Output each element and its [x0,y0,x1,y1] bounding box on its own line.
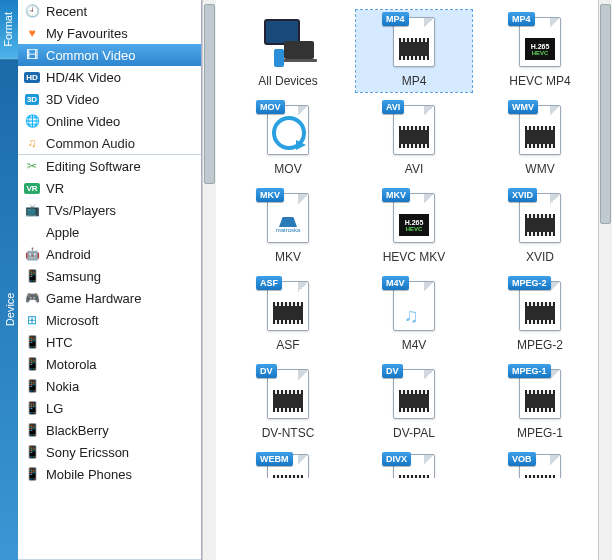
format-tile-dv-pal[interactable]: DVDV-PAL [356,362,472,444]
sidebar-item-tvs-players[interactable]: 📺TVs/Players [18,199,201,221]
sidebar-item-label: Online Video [46,114,120,129]
sidebar-item-label: Mobile Phones [46,467,132,482]
format-thumb: ♫M4V [386,278,442,334]
format-tag: AVI [382,100,404,114]
sidebar-item-vr[interactable]: VRVR [18,177,201,199]
sidebar-item-blackberry[interactable]: 📱BlackBerry [18,419,201,441]
format-thumb: MP4 [386,14,442,70]
sidebar-item-microsoft[interactable]: ⊞Microsoft [18,309,201,331]
phone-icon: 📱 [24,378,40,394]
format-tag: MKV [256,188,284,202]
format-thumb: MPEG-1 [512,366,568,422]
scrollbar-thumb[interactable] [204,4,215,184]
main-panel: All DevicesMP4MP4H.265HEVCMP4HEVC MP4MOV… [216,0,612,560]
format-tile-mov[interactable]: MOVMOV [230,98,346,180]
format-thumb: MOV [260,102,316,158]
sidebar-item-recent[interactable]: 🕘Recent [18,0,201,22]
format-thumb: ASF [260,278,316,334]
phone-icon: 📱 [24,268,40,284]
format-label: ASF [276,338,299,352]
sidebar-item-editing-software[interactable]: ✂Editing Software [18,155,201,177]
sidebar-item-label: Android [46,247,91,262]
sidebar-item-game-hardware[interactable]: 🎮Game Hardware [18,287,201,309]
format-tile-dv-ntsc[interactable]: DVDV-NTSC [230,362,346,444]
format-tile-vob[interactable]: VOB [482,450,598,478]
side-tabs: Format Device [0,0,18,560]
3d-badge-icon: 3D [24,91,40,107]
format-tile-wmv[interactable]: WMVWMV [482,98,598,180]
format-label: DV-PAL [393,426,435,440]
sidebar-item-hd-4k-video[interactable]: HDHD/4K Video [18,66,201,88]
sidebar-item-label: Editing Software [46,159,141,174]
sidebar-item-label: Nokia [46,379,79,394]
app-root: Format Device 🕘Recent♥My Favourites🎞Comm… [0,0,612,560]
format-tag: DV [256,364,277,378]
heart-icon: ♥ [24,25,40,41]
format-tile-mpeg-1[interactable]: MPEG-1MPEG-1 [482,362,598,444]
sidebar-item-htc[interactable]: 📱HTC [18,331,201,353]
sidebar-item-online-video[interactable]: 🌐Online Video [18,110,201,132]
format-tile-m4v[interactable]: ♫M4VM4V [356,274,472,356]
sidetab-device[interactable]: Device [0,59,18,560]
sidebar-item-label: HTC [46,335,73,350]
sidebar-item-common-audio[interactable]: ♫Common Audio [18,132,201,154]
format-tile-xvid[interactable]: XVIDXVID [482,186,598,268]
sidebar-item-android[interactable]: 🤖Android [18,243,201,265]
sidebar-item-3d-video[interactable]: 3D3D Video [18,88,201,110]
format-label: HEVC MP4 [509,74,570,88]
windows-icon: ⊞ [24,312,40,328]
format-tile-mkv[interactable]: matroskaMKVMKV [230,186,346,268]
sidebar-item-nokia[interactable]: 📱Nokia [18,375,201,397]
format-thumb: XVID [512,190,568,246]
format-grid: All DevicesMP4MP4H.265HEVCMP4HEVC MP4MOV… [216,0,612,488]
sidebar-item-label: Game Hardware [46,291,141,306]
format-tag: MPEG-1 [508,364,551,378]
format-tag: MPEG-2 [508,276,551,290]
sidebar-item-mobile-phones[interactable]: 📱Mobile Phones [18,463,201,485]
vr-badge-icon: VR [24,180,40,196]
format-tile-hevc-mp4[interactable]: H.265HEVCMP4HEVC MP4 [482,10,598,92]
format-section: 🕘Recent♥My Favourites🎞Common VideoHDHD/4… [18,0,201,155]
sidebar-item-label: My Favourites [46,26,128,41]
phone-icon: 📱 [24,422,40,438]
sidebar-scrollbar[interactable] [202,0,216,560]
sidebar-item-lg[interactable]: 📱LG [18,397,201,419]
format-tile-divx[interactable]: DIVX [356,450,472,478]
format-thumb: H.265HEVCMP4 [512,14,568,70]
sidebar-item-label: Samsung [46,269,101,284]
sidebar-item-samsung[interactable]: 📱Samsung [18,265,201,287]
format-label: M4V [402,338,427,352]
format-tag: M4V [382,276,409,290]
format-tile-avi[interactable]: AVIAVI [356,98,472,180]
tv-icon: 📺 [24,202,40,218]
phone-icon: 📱 [24,356,40,372]
format-tag: DIVX [382,452,411,466]
sidebar-item-sony-ericsson[interactable]: 📱Sony Ericsson [18,441,201,463]
main-scrollbar[interactable] [598,0,612,560]
clock-icon: 🕘 [24,3,40,19]
format-tile-asf[interactable]: ASFASF [230,274,346,356]
format-thumb: DV [260,366,316,422]
sidebar-item-label: BlackBerry [46,423,109,438]
sidebar-item-motorola[interactable]: 📱Motorola [18,353,201,375]
format-tile-hevc-mkv[interactable]: H.265HEVCMKVHEVC MKV [356,186,472,268]
format-tile-all-devices[interactable]: All Devices [230,10,346,92]
format-thumb [260,14,316,70]
sidebar-item-my-favourites[interactable]: ♥My Favourites [18,22,201,44]
format-label: WMV [525,162,554,176]
scrollbar-thumb[interactable] [600,4,611,224]
sidebar-item-common-video[interactable]: 🎞Common Video [18,44,201,66]
format-label: AVI [405,162,423,176]
format-thumb: MPEG-2 [512,278,568,334]
apple-icon [24,224,40,240]
hd-badge-icon: HD [24,69,40,85]
music-icon: ♫ [24,135,40,151]
android-icon: 🤖 [24,246,40,262]
format-tile-webm[interactable]: WEBM [230,450,346,478]
device-section: ✂Editing SoftwareVRVR📺TVs/PlayersApple🤖A… [18,155,201,560]
sidebar-item-apple[interactable]: Apple [18,221,201,243]
format-tile-mp4[interactable]: MP4MP4 [356,10,472,92]
sidetab-format[interactable]: Format [0,0,18,59]
format-tile-mpeg-2[interactable]: MPEG-2MPEG-2 [482,274,598,356]
format-label: MP4 [402,74,427,88]
